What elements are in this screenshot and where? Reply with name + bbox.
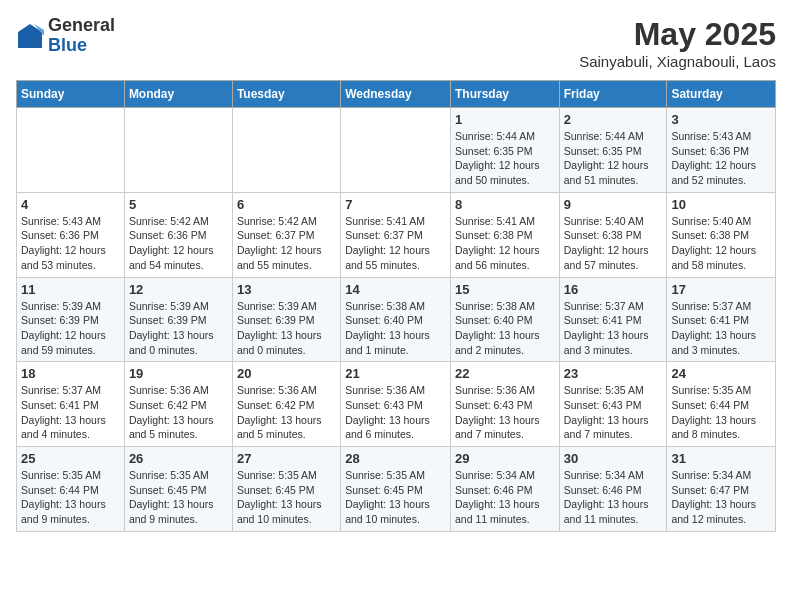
day-info: Sunrise: 5:37 AM Sunset: 6:41 PM Dayligh…: [564, 299, 663, 358]
calendar-cell: 20Sunrise: 5:36 AM Sunset: 6:42 PM Dayli…: [232, 362, 340, 447]
day-number: 29: [455, 451, 555, 466]
calendar-cell: 29Sunrise: 5:34 AM Sunset: 6:46 PM Dayli…: [450, 447, 559, 532]
day-info: Sunrise: 5:40 AM Sunset: 6:38 PM Dayligh…: [671, 214, 771, 273]
day-info: Sunrise: 5:36 AM Sunset: 6:43 PM Dayligh…: [455, 383, 555, 442]
weekday-header-friday: Friday: [559, 81, 667, 108]
day-number: 9: [564, 197, 663, 212]
calendar-cell: 11Sunrise: 5:39 AM Sunset: 6:39 PM Dayli…: [17, 277, 125, 362]
day-info: Sunrise: 5:42 AM Sunset: 6:36 PM Dayligh…: [129, 214, 228, 273]
calendar-cell: 13Sunrise: 5:39 AM Sunset: 6:39 PM Dayli…: [232, 277, 340, 362]
day-info: Sunrise: 5:38 AM Sunset: 6:40 PM Dayligh…: [455, 299, 555, 358]
calendar-cell: 18Sunrise: 5:37 AM Sunset: 6:41 PM Dayli…: [17, 362, 125, 447]
day-number: 17: [671, 282, 771, 297]
calendar-cell: 5Sunrise: 5:42 AM Sunset: 6:36 PM Daylig…: [124, 192, 232, 277]
day-number: 3: [671, 112, 771, 127]
location-title: Sainyabuli, Xiagnabouli, Laos: [579, 53, 776, 70]
day-info: Sunrise: 5:39 AM Sunset: 6:39 PM Dayligh…: [129, 299, 228, 358]
calendar-cell: 4Sunrise: 5:43 AM Sunset: 6:36 PM Daylig…: [17, 192, 125, 277]
calendar-week-row: 1Sunrise: 5:44 AM Sunset: 6:35 PM Daylig…: [17, 108, 776, 193]
logo-general-text: General: [48, 16, 115, 36]
logo: General Blue: [16, 16, 115, 56]
day-number: 22: [455, 366, 555, 381]
day-number: 31: [671, 451, 771, 466]
day-number: 10: [671, 197, 771, 212]
day-number: 1: [455, 112, 555, 127]
day-info: Sunrise: 5:34 AM Sunset: 6:47 PM Dayligh…: [671, 468, 771, 527]
day-info: Sunrise: 5:37 AM Sunset: 6:41 PM Dayligh…: [21, 383, 120, 442]
day-number: 24: [671, 366, 771, 381]
calendar-cell: 19Sunrise: 5:36 AM Sunset: 6:42 PM Dayli…: [124, 362, 232, 447]
calendar-cell: 30Sunrise: 5:34 AM Sunset: 6:46 PM Dayli…: [559, 447, 667, 532]
weekday-header-wednesday: Wednesday: [341, 81, 451, 108]
month-title: May 2025: [579, 16, 776, 53]
day-number: 26: [129, 451, 228, 466]
day-number: 8: [455, 197, 555, 212]
calendar-cell: 26Sunrise: 5:35 AM Sunset: 6:45 PM Dayli…: [124, 447, 232, 532]
day-info: Sunrise: 5:38 AM Sunset: 6:40 PM Dayligh…: [345, 299, 446, 358]
day-number: 5: [129, 197, 228, 212]
calendar-cell: 23Sunrise: 5:35 AM Sunset: 6:43 PM Dayli…: [559, 362, 667, 447]
day-info: Sunrise: 5:43 AM Sunset: 6:36 PM Dayligh…: [21, 214, 120, 273]
day-info: Sunrise: 5:35 AM Sunset: 6:43 PM Dayligh…: [564, 383, 663, 442]
day-number: 27: [237, 451, 336, 466]
calendar-cell: 24Sunrise: 5:35 AM Sunset: 6:44 PM Dayli…: [667, 362, 776, 447]
day-info: Sunrise: 5:36 AM Sunset: 6:42 PM Dayligh…: [129, 383, 228, 442]
logo-blue-text: Blue: [48, 36, 115, 56]
day-info: Sunrise: 5:35 AM Sunset: 6:44 PM Dayligh…: [671, 383, 771, 442]
day-number: 7: [345, 197, 446, 212]
day-info: Sunrise: 5:35 AM Sunset: 6:45 PM Dayligh…: [129, 468, 228, 527]
day-number: 20: [237, 366, 336, 381]
calendar-week-row: 11Sunrise: 5:39 AM Sunset: 6:39 PM Dayli…: [17, 277, 776, 362]
calendar-cell: 31Sunrise: 5:34 AM Sunset: 6:47 PM Dayli…: [667, 447, 776, 532]
weekday-header-thursday: Thursday: [450, 81, 559, 108]
day-info: Sunrise: 5:35 AM Sunset: 6:44 PM Dayligh…: [21, 468, 120, 527]
calendar-cell: 25Sunrise: 5:35 AM Sunset: 6:44 PM Dayli…: [17, 447, 125, 532]
weekday-header-monday: Monday: [124, 81, 232, 108]
day-number: 21: [345, 366, 446, 381]
calendar-cell: 27Sunrise: 5:35 AM Sunset: 6:45 PM Dayli…: [232, 447, 340, 532]
calendar-cell: 28Sunrise: 5:35 AM Sunset: 6:45 PM Dayli…: [341, 447, 451, 532]
day-number: 6: [237, 197, 336, 212]
calendar-cell: [232, 108, 340, 193]
weekday-header-saturday: Saturday: [667, 81, 776, 108]
day-info: Sunrise: 5:39 AM Sunset: 6:39 PM Dayligh…: [21, 299, 120, 358]
day-info: Sunrise: 5:35 AM Sunset: 6:45 PM Dayligh…: [345, 468, 446, 527]
day-info: Sunrise: 5:36 AM Sunset: 6:43 PM Dayligh…: [345, 383, 446, 442]
calendar-week-row: 25Sunrise: 5:35 AM Sunset: 6:44 PM Dayli…: [17, 447, 776, 532]
day-info: Sunrise: 5:44 AM Sunset: 6:35 PM Dayligh…: [564, 129, 663, 188]
calendar-week-row: 4Sunrise: 5:43 AM Sunset: 6:36 PM Daylig…: [17, 192, 776, 277]
calendar-cell: 14Sunrise: 5:38 AM Sunset: 6:40 PM Dayli…: [341, 277, 451, 362]
logo-icon: [16, 22, 44, 50]
weekday-header-row: SundayMondayTuesdayWednesdayThursdayFrid…: [17, 81, 776, 108]
calendar-table: SundayMondayTuesdayWednesdayThursdayFrid…: [16, 80, 776, 532]
calendar-cell: 3Sunrise: 5:43 AM Sunset: 6:36 PM Daylig…: [667, 108, 776, 193]
day-info: Sunrise: 5:34 AM Sunset: 6:46 PM Dayligh…: [564, 468, 663, 527]
day-number: 25: [21, 451, 120, 466]
calendar-cell: 17Sunrise: 5:37 AM Sunset: 6:41 PM Dayli…: [667, 277, 776, 362]
day-info: Sunrise: 5:34 AM Sunset: 6:46 PM Dayligh…: [455, 468, 555, 527]
calendar-week-row: 18Sunrise: 5:37 AM Sunset: 6:41 PM Dayli…: [17, 362, 776, 447]
calendar-cell: 7Sunrise: 5:41 AM Sunset: 6:37 PM Daylig…: [341, 192, 451, 277]
calendar-cell: 12Sunrise: 5:39 AM Sunset: 6:39 PM Dayli…: [124, 277, 232, 362]
weekday-header-tuesday: Tuesday: [232, 81, 340, 108]
page-header: General Blue May 2025 Sainyabuli, Xiagna…: [16, 16, 776, 70]
day-info: Sunrise: 5:41 AM Sunset: 6:38 PM Dayligh…: [455, 214, 555, 273]
day-info: Sunrise: 5:42 AM Sunset: 6:37 PM Dayligh…: [237, 214, 336, 273]
day-info: Sunrise: 5:41 AM Sunset: 6:37 PM Dayligh…: [345, 214, 446, 273]
day-number: 12: [129, 282, 228, 297]
day-number: 13: [237, 282, 336, 297]
day-number: 23: [564, 366, 663, 381]
day-number: 15: [455, 282, 555, 297]
calendar-cell: 21Sunrise: 5:36 AM Sunset: 6:43 PM Dayli…: [341, 362, 451, 447]
day-info: Sunrise: 5:37 AM Sunset: 6:41 PM Dayligh…: [671, 299, 771, 358]
calendar-cell: [17, 108, 125, 193]
calendar-cell: 10Sunrise: 5:40 AM Sunset: 6:38 PM Dayli…: [667, 192, 776, 277]
weekday-header-sunday: Sunday: [17, 81, 125, 108]
day-number: 18: [21, 366, 120, 381]
day-number: 28: [345, 451, 446, 466]
day-number: 19: [129, 366, 228, 381]
day-info: Sunrise: 5:39 AM Sunset: 6:39 PM Dayligh…: [237, 299, 336, 358]
day-info: Sunrise: 5:36 AM Sunset: 6:42 PM Dayligh…: [237, 383, 336, 442]
calendar-cell: [341, 108, 451, 193]
day-number: 14: [345, 282, 446, 297]
